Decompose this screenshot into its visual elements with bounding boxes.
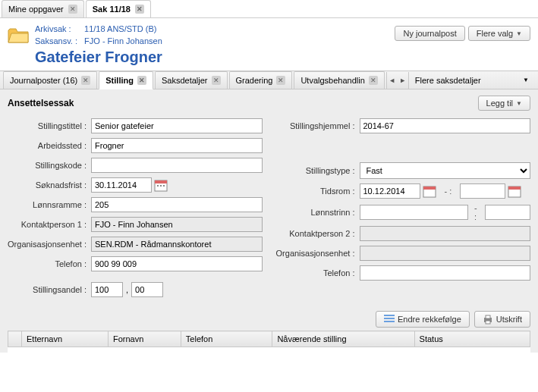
reorder-icon — [384, 315, 395, 324]
col-status[interactable]: Status — [414, 331, 530, 347]
organisasjonsenhet2-label: Organisasjonsenhet : — [276, 249, 360, 258]
stillingstype-label: Stillingstype : — [276, 166, 360, 175]
expand-icon[interactable]: ▾ — [8, 347, 22, 353]
tab-journalposter[interactable]: Journalposter (16)✕ — [3, 71, 97, 89]
calendar-icon[interactable] — [508, 184, 521, 198]
doc-tab-label: Mine oppgaver — [8, 5, 64, 14]
legg-til-button[interactable]: Legg til▼ — [478, 96, 530, 111]
organisasjonsenhet-input[interactable] — [91, 237, 263, 252]
svg-rect-11 — [486, 321, 490, 324]
chevron-down-icon: ▼ — [516, 30, 522, 37]
doc-tab-mine-oppgaver[interactable]: Mine oppgaver ✕ — [2, 0, 84, 17]
doc-tab-sak[interactable]: Sak 11/18 ✕ — [86, 0, 151, 17]
svg-rect-4 — [163, 185, 165, 187]
lonnstrinn-to-input[interactable] — [485, 205, 530, 220]
close-icon[interactable]: ✕ — [276, 76, 285, 85]
content-title: Ansettelsessak — [8, 98, 74, 108]
soknadsfrist-input[interactable] — [91, 177, 152, 193]
lonnstrinn-label: Lønnstrinn : — [276, 208, 360, 217]
kontaktperson2-input[interactable] — [360, 226, 531, 241]
close-icon[interactable]: ✕ — [369, 76, 378, 85]
organisasjonsenhet2-input[interactable] — [360, 246, 531, 261]
tab-stilling[interactable]: Stilling✕ — [99, 71, 153, 89]
calendar-icon[interactable] — [154, 178, 168, 192]
close-icon[interactable]: ✕ — [68, 5, 77, 14]
organisasjonsenhet-label: Organisasjonsenhet : — [8, 240, 91, 249]
flere-valg-button[interactable]: Flere valg▼ — [468, 26, 530, 41]
doc-tab-label: Sak 11/18 — [93, 5, 131, 14]
svg-rect-8 — [508, 187, 521, 190]
close-icon[interactable]: ✕ — [81, 76, 90, 85]
flere-saksdetaljer-dropdown[interactable]: Flere saksdetaljer ▼ — [409, 76, 538, 85]
saksansv-label: Saksansv. : — [35, 35, 82, 47]
tab-saksdetaljer[interactable]: Saksdetaljer✕ — [155, 71, 228, 89]
svg-rect-2 — [157, 185, 159, 187]
content-area: Ansettelsessak Legg til▼ Stillingstittel… — [0, 89, 538, 353]
calendar-icon[interactable] — [423, 184, 436, 198]
chevron-down-icon: ▼ — [516, 100, 522, 107]
arkivsak-label: Arkivsak : — [35, 23, 82, 35]
saksansv-value: FJO - Finn Johansen — [84, 36, 162, 45]
telefon2-input[interactable] — [360, 265, 531, 281]
telefon-input[interactable] — [91, 256, 263, 271]
stillingskode-input[interactable] — [91, 158, 263, 173]
lonnsramme-input[interactable] — [91, 197, 263, 212]
tidsrom-from-input[interactable] — [360, 183, 420, 199]
tab-utvalgsbehandling[interactable]: Utvalgsbehandlin✕ — [294, 71, 384, 89]
table-row[interactable]: ▾ Bikleland Arild 22222222 Mottatt søkna… — [8, 347, 530, 353]
applicant-table: Etternavn Fornavn Telefon Nåværende stil… — [8, 331, 530, 353]
tidsrom-to-input[interactable] — [460, 183, 505, 199]
svg-rect-10 — [486, 315, 490, 318]
svg-rect-3 — [160, 185, 162, 187]
arbeidssted-label: Arbeidssted : — [8, 141, 91, 150]
ny-journalpost-button[interactable]: Ny journalpost — [395, 26, 464, 41]
stillingsandel-label: Stillingsandel : — [8, 285, 91, 294]
col-naavaerende-stilling[interactable]: Nåværende stilling — [272, 331, 414, 347]
tab-scroll-left[interactable]: ◄ — [387, 72, 398, 89]
stillingstype-select[interactable]: Fast — [360, 162, 531, 179]
stillingshjemmel-label: Stillingshjemmel : — [276, 121, 360, 130]
telefon-label: Telefon : — [8, 259, 91, 268]
tidsrom-label: Tidsrom : — [276, 187, 360, 196]
tab-scroll-right[interactable]: ► — [398, 72, 408, 89]
svg-rect-6 — [423, 187, 436, 190]
col-telefon[interactable]: Telefon — [181, 331, 272, 347]
kontaktperson1-input[interactable] — [91, 217, 263, 232]
telefon2-label: Telefon : — [276, 268, 360, 278]
stillingshjemmel-input[interactable] — [360, 118, 531, 133]
stillingstittel-label: Stillingstittel : — [8, 121, 91, 130]
arkivsak-value: 11/18 ANS/STD (B) — [84, 24, 156, 33]
folder-icon — [8, 26, 29, 44]
endre-rekkefolge-button[interactable]: Endre rekkefølge — [376, 311, 470, 328]
chevron-down-icon: ▼ — [523, 77, 529, 83]
arbeidssted-input[interactable] — [91, 138, 263, 153]
col-etternavn[interactable]: Etternavn — [22, 331, 109, 347]
stillingsandel-input-2[interactable] — [131, 282, 163, 297]
header-area: Arkivsak : 11/18 ANS/STD (B) Saksansv. :… — [0, 18, 538, 71]
svg-rect-1 — [155, 180, 167, 183]
page-title: Gatefeier Frogner — [35, 49, 395, 66]
document-tabs: Mine oppgaver ✕ Sak 11/18 ✕ — [0, 0, 538, 18]
applicant-table-area: Endre rekkefølge Utskrift Etternavn Forn… — [8, 311, 530, 353]
utskrift-button[interactable]: Utskrift — [474, 311, 530, 328]
kontaktperson1-label: Kontaktperson 1 : — [8, 220, 91, 229]
print-icon — [483, 314, 493, 325]
col-fornavn[interactable]: Fornavn — [108, 331, 181, 347]
stillingskode-label: Stillingskode : — [8, 161, 91, 170]
lonnsramme-label: Lønnsramme : — [8, 200, 91, 209]
kontaktperson2-label: Kontaktperson 2 : — [276, 229, 360, 238]
close-icon[interactable]: ✕ — [212, 76, 221, 85]
section-tabs: Journalposter (16)✕ Stilling✕ Saksdetalj… — [0, 71, 538, 89]
stillingsandel-input-1[interactable] — [91, 282, 123, 297]
tab-gradering[interactable]: Gradering✕ — [229, 71, 293, 89]
header-info: Arkivsak : 11/18 ANS/STD (B) Saksansv. :… — [35, 23, 395, 66]
lonnstrinn-from-input[interactable] — [360, 205, 468, 220]
soknadsfrist-label: Søknadsfrist : — [8, 180, 91, 190]
stillingstittel-input[interactable] — [91, 118, 263, 133]
close-icon[interactable]: ✕ — [135, 5, 144, 14]
close-icon[interactable]: ✕ — [137, 76, 146, 85]
